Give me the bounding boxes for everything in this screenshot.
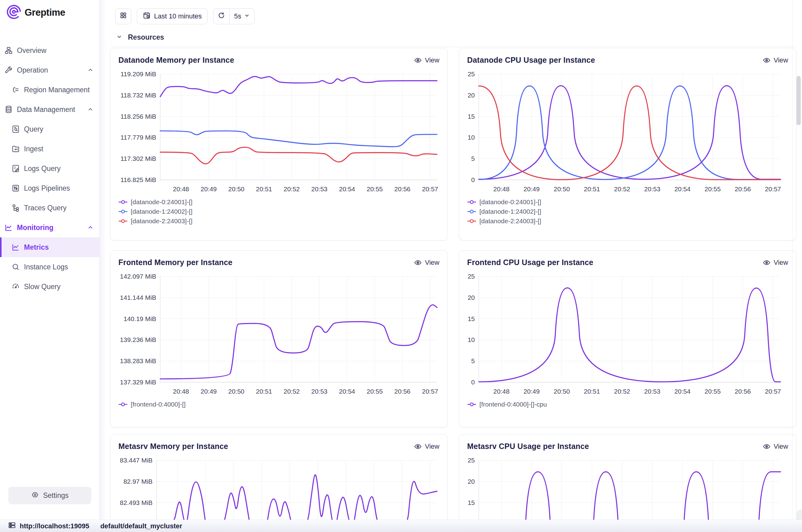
sidebar-item-monitoring[interactable]: Monitoring xyxy=(0,218,99,238)
legend-item[interactable]: [frontend-0:4000]-[] xyxy=(118,399,447,409)
svg-text:20:54: 20:54 xyxy=(674,388,691,395)
svg-text:20:57: 20:57 xyxy=(422,186,438,192)
sidebar-item-operation[interactable]: Operation xyxy=(0,60,99,80)
sidebar-item-instance-logs[interactable]: Instance Logs xyxy=(0,257,99,277)
view-button[interactable]: View xyxy=(763,442,788,451)
legend-item[interactable]: [datanode-0:24001]-[] xyxy=(467,197,796,207)
chart-canvas[interactable]: 20:4820:4920:5020:5120:5220:5320:5420:55… xyxy=(110,65,439,195)
chart-title: Metasrv Memory per Instance xyxy=(118,442,228,451)
svg-text:20:53: 20:53 xyxy=(311,388,327,395)
chart-card-datanode-cpu: Datanode CPU Usage per Instance View 20:… xyxy=(459,48,797,241)
logo[interactable]: Greptime xyxy=(0,0,99,21)
chart-card-metasrv-cpu: Metasrv CPU Usage per Instance View 2520… xyxy=(459,434,797,520)
eye-icon xyxy=(414,56,422,64)
svg-text:20:57: 20:57 xyxy=(765,388,781,395)
svg-text:20:55: 20:55 xyxy=(705,186,721,192)
resources-section-toggle[interactable]: Resources xyxy=(116,33,164,41)
svg-text:20:52: 20:52 xyxy=(284,388,300,395)
sidebar-item-ingest[interactable]: Ingest xyxy=(0,139,99,159)
sidebar-item-overview[interactable]: Overview xyxy=(0,41,99,60)
chart-legend: [datanode-0:24001]-[][datanode-1:24002]-… xyxy=(110,195,447,226)
time-range-button[interactable]: Last 10 minutes xyxy=(137,8,208,24)
svg-text:0: 0 xyxy=(471,176,475,183)
chart-canvas[interactable]: 83.447 MiB82.97 MiB82.493 MiB xyxy=(110,452,439,520)
sidebar-item-slow-query[interactable]: Slow Query xyxy=(0,277,99,297)
view-label: View xyxy=(774,56,788,64)
sidebar-item-label: Metrics xyxy=(24,243,49,251)
sidebar-item-logs-pipelines[interactable]: Logs Pipelines xyxy=(0,178,99,198)
settings-button[interactable]: Settings xyxy=(8,487,91,504)
svg-text:139.236 MiB: 139.236 MiB xyxy=(120,336,156,343)
toolbar: Last 10 minutes 5s xyxy=(115,8,255,24)
svg-text:20:48: 20:48 xyxy=(173,388,189,395)
server-icon xyxy=(8,521,16,531)
dashboard-grid-button[interactable] xyxy=(115,8,131,24)
chart-card-frontend-memory: Frontend Memory per Instance View 20:482… xyxy=(110,250,448,428)
chevron-up-icon[interactable] xyxy=(87,67,94,74)
legend-label: [datanode-1:24002]-[] xyxy=(479,208,541,215)
svg-text:137.329 MiB: 137.329 MiB xyxy=(120,379,156,386)
legend-item[interactable]: [datanode-1:24002]-[] xyxy=(118,207,447,216)
chart-canvas[interactable]: 20:4820:4920:5020:5120:5220:5320:5420:55… xyxy=(459,268,783,398)
greptime-logo-icon xyxy=(6,4,21,21)
svg-text:142.097 MiB: 142.097 MiB xyxy=(120,273,156,280)
sidebar-item-data-management[interactable]: Data Management xyxy=(0,100,99,119)
svg-text:15: 15 xyxy=(468,499,475,506)
svg-text:20:56: 20:56 xyxy=(394,388,410,395)
svg-text:20:50: 20:50 xyxy=(554,186,570,192)
view-button[interactable]: View xyxy=(414,442,439,451)
cluster-icon xyxy=(4,46,13,55)
chart-canvas[interactable]: 20:4820:4920:5020:5120:5220:5320:5420:55… xyxy=(110,268,439,398)
chevron-up-icon[interactable] xyxy=(87,106,94,113)
svg-text:20:51: 20:51 xyxy=(256,186,272,192)
legend-item[interactable]: [frontend-0:4000]-[]-cpu xyxy=(467,399,796,409)
cluster-name[interactable]: default/default_mycluster xyxy=(100,522,183,530)
sidebar-item-logs-query[interactable]: Logs Query xyxy=(0,159,99,178)
sidebar-item-label: Data Management xyxy=(17,106,75,114)
section-title: Resources xyxy=(128,33,164,41)
chart-canvas[interactable]: 252015 xyxy=(459,452,783,520)
legend-label: [frontend-0:4000]-[]-cpu xyxy=(479,401,547,408)
sidebar-item-label: Slow Query xyxy=(24,283,61,291)
svg-text:20:53: 20:53 xyxy=(311,186,327,192)
chevron-up-icon[interactable] xyxy=(87,224,94,231)
view-label: View xyxy=(425,56,439,64)
view-button[interactable]: View xyxy=(414,56,439,64)
view-button[interactable]: View xyxy=(414,259,439,267)
refresh-icon xyxy=(218,12,225,21)
vertical-scrollbar[interactable] xyxy=(797,76,801,125)
svg-text:0: 0 xyxy=(471,379,475,386)
doc-search-icon xyxy=(11,125,20,134)
svg-text:20:52: 20:52 xyxy=(614,388,630,395)
svg-text:83.447 MiB: 83.447 MiB xyxy=(120,457,153,464)
refresh-button[interactable] xyxy=(213,8,229,24)
refresh-interval-select[interactable]: 5s xyxy=(229,8,254,24)
chart-legend: [frontend-0:4000]-[] xyxy=(110,398,447,409)
legend-item[interactable]: [datanode-2:24003]-[] xyxy=(467,216,796,226)
sidebar-item-label: Query xyxy=(24,125,43,133)
sidebar-item-metrics[interactable]: Metrics xyxy=(0,238,99,257)
view-button[interactable]: View xyxy=(763,259,788,267)
svg-text:20:49: 20:49 xyxy=(523,186,540,192)
svg-text:20:51: 20:51 xyxy=(584,186,600,192)
sidebar-item-traces-query[interactable]: Traces Query xyxy=(0,198,99,218)
eye-icon xyxy=(763,56,771,64)
sidebar-item-query[interactable]: Query xyxy=(0,119,99,139)
svg-text:20:56: 20:56 xyxy=(734,388,751,395)
legend-label: [datanode-2:24003]-[] xyxy=(479,217,541,225)
server-url[interactable]: http://localhost:19095 xyxy=(20,522,89,530)
sidebar-item-label: Logs Pipelines xyxy=(24,184,70,192)
legend-label: [datanode-1:24002]-[] xyxy=(131,208,192,215)
main-content: Last 10 minutes 5s Resources Datanode M xyxy=(100,0,802,520)
legend-item[interactable]: [datanode-0:24001]-[] xyxy=(118,197,447,207)
svg-text:20:48: 20:48 xyxy=(493,388,510,395)
svg-text:25: 25 xyxy=(468,457,475,464)
legend-item[interactable]: [datanode-1:24002]-[] xyxy=(467,207,796,216)
svg-text:25: 25 xyxy=(468,273,475,280)
legend-item[interactable]: [datanode-2:24003]-[] xyxy=(118,216,447,226)
sidebar-item-region-management[interactable]: Region Management xyxy=(0,80,99,100)
chart-canvas[interactable]: 20:4820:4920:5020:5120:5220:5320:5420:55… xyxy=(459,65,783,195)
view-button[interactable]: View xyxy=(763,56,788,64)
svg-text:20:50: 20:50 xyxy=(228,388,245,395)
sidebar-item-label: Operation xyxy=(17,66,48,74)
